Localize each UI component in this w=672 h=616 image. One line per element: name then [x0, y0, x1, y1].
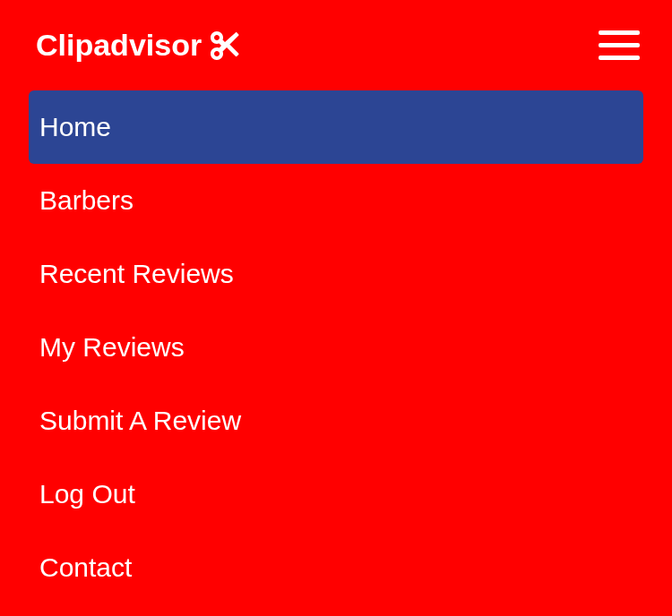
nav-item-barbers[interactable]: Barbers	[29, 164, 643, 237]
nav-item-submit-review[interactable]: Submit A Review	[29, 384, 643, 458]
nav-item-log-out[interactable]: Log Out	[29, 458, 643, 531]
hamburger-line	[599, 43, 640, 47]
hamburger-menu-toggle[interactable]	[599, 27, 640, 64]
nav-item-my-reviews[interactable]: My Reviews	[29, 311, 643, 384]
scissors-icon	[211, 31, 239, 60]
brand[interactable]: Clipadvisor	[36, 28, 239, 63]
brand-name: Clipadvisor	[36, 28, 202, 63]
hamburger-line	[599, 56, 640, 60]
nav-item-contact[interactable]: Contact	[29, 531, 643, 604]
hamburger-line	[599, 30, 640, 35]
nav-item-recent-reviews[interactable]: Recent Reviews	[29, 237, 643, 311]
nav-item-home[interactable]: Home	[29, 90, 643, 164]
nav-menu: Home Barbers Recent Reviews My Reviews S…	[0, 90, 672, 604]
header: Clipadvisor	[0, 0, 672, 90]
